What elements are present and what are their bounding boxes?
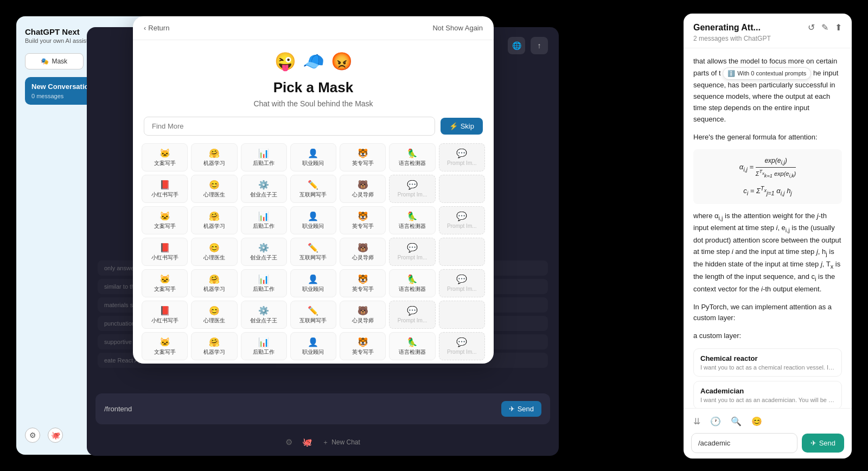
conversation-messages: 0 messages xyxy=(31,93,63,99)
mask-item-ml[interactable]: 🤗机器学习 xyxy=(191,143,237,171)
mask-item-prompt-3[interactable]: 💬Prompt Im... xyxy=(439,206,485,234)
mask-item-prompt-4[interactable]: 💬Prompt Im... xyxy=(389,238,435,266)
mask-item-ml-4[interactable]: 🤗机器学习 xyxy=(191,332,237,360)
mask-row-7: 🐱文案写手 🤗机器学习 📊后勤工作 👤职业顾问 🐯英专写手 🦜语言检测器 💬Pr… xyxy=(142,332,485,360)
mask-item-english-writer-3[interactable]: 🐯英专写手 xyxy=(340,269,386,297)
search-toolbar-button[interactable]: 🔍 xyxy=(729,414,744,429)
mask-item-logistics[interactable]: 📊后勤工作 xyxy=(241,143,287,171)
mask-item-internet-writer-3[interactable]: ✏️互联网写手 xyxy=(290,301,336,329)
prompt-cards: Chemical reactor I want you to act as a … xyxy=(693,348,842,408)
mask-item-startup-3[interactable]: ⚙️创业点子王 xyxy=(241,301,287,329)
right-chat-input[interactable] xyxy=(691,433,797,453)
chemical-reactor-title: Chemical reactor xyxy=(700,354,835,362)
mask-item-soul-guide-3[interactable]: 🐻心灵导师 xyxy=(340,301,386,329)
mask-title-area: 😜 🧢 😡 Pick a Mask Chat with the Soul beh… xyxy=(133,40,494,117)
mask-item-prompt-1[interactable]: 💬Prompt Im... xyxy=(439,143,485,171)
formula-2: ci = ΣTxj=1 αi,j hj xyxy=(701,185,834,196)
mask-item-internet-writer[interactable]: ✏️互联网写手 xyxy=(290,175,336,203)
mask-item-psychologist-2[interactable]: 😊心理医生 xyxy=(191,238,237,266)
mask-item-internet-writer-2[interactable]: ✏️互联网写手 xyxy=(290,238,336,266)
custom-layer-text: a custom layer: xyxy=(693,330,842,342)
academician-title: Academician xyxy=(700,387,835,395)
fraction-1: exp(ei,j) ΣTxk=1 exp(ei,k) xyxy=(756,157,796,178)
dark-globe-icon[interactable]: 🌐 xyxy=(508,37,525,54)
not-show-again-button[interactable]: Not Show Again xyxy=(432,24,483,32)
dark-footer-github[interactable]: 🐙 xyxy=(302,437,312,447)
edit-button[interactable]: ✎ xyxy=(821,22,828,33)
mask-item-logistics-3[interactable]: 📊后勤工作 xyxy=(241,269,287,297)
dark-nav-icons: 🌐 ↑ xyxy=(508,37,548,54)
mask-row-3: 🐱文案写手 🤗机器学习 📊后勤工作 👤职业顾问 🐯英专写手 🦜语言检测器 💬Pr… xyxy=(142,206,485,234)
dark-new-chat-btn[interactable]: ＋ New Chat xyxy=(322,438,360,447)
return-button[interactable]: ‹ Return xyxy=(144,24,169,32)
right-send-label: Send xyxy=(819,439,835,447)
mask-item-career-3[interactable]: 👤职业顾问 xyxy=(290,269,336,297)
right-toolbar: ⇊ 🕐 🔍 😊 xyxy=(691,414,844,429)
mask-search-row: ⚡ Skip xyxy=(133,117,494,143)
mask-item-lang-detect-3[interactable]: 🦜语言检测器 xyxy=(389,269,435,297)
mask-item-ml-2[interactable]: 🤗机器学习 xyxy=(191,206,237,234)
mask-item-ml-3[interactable]: 🤗机器学习 xyxy=(191,269,237,297)
mask-item-xiaohongshu[interactable]: 📕小红书写手 xyxy=(142,175,188,203)
dark-upload-icon[interactable]: ↑ xyxy=(531,37,548,54)
dark-send-icon: ✈ xyxy=(509,405,515,413)
chemical-reactor-card[interactable]: Chemical reactor I want you to act as a … xyxy=(693,348,842,377)
dark-footer-settings[interactable]: ⚙ xyxy=(285,437,292,447)
scroll-down-button[interactable]: ⇊ xyxy=(691,414,703,429)
mask-item-career-2[interactable]: 👤职业顾问 xyxy=(290,206,336,234)
mask-row-6: 📕小红书写手 😊心理医生 ⚙️创业点子王 ✏️互联网写手 🐻心灵导师 💬Prom… xyxy=(142,301,485,329)
mask-item-empty-2 xyxy=(439,238,485,266)
share-button[interactable]: ⬆ xyxy=(835,22,842,33)
mask-item-career-4[interactable]: 👤职业顾问 xyxy=(290,332,336,360)
mask-grid: 🐱文案写手 🤗机器学习 📊后勤工作 👤职业顾问 🐯英专写手 🦜语言检测器 💬Pr… xyxy=(133,143,494,364)
academician-desc: I want you to act as an academician. You… xyxy=(700,397,835,403)
mask-item-prompt-2[interactable]: 💬Prompt Im... xyxy=(389,175,435,203)
mask-item-xiaohongshu-2[interactable]: 📕小红书写手 xyxy=(142,238,188,266)
mask-item-soul-guide[interactable]: 🐻心灵导师 xyxy=(340,175,386,203)
academician-card[interactable]: Academician I want you to act as an acad… xyxy=(693,381,842,408)
mask-item-empty-3 xyxy=(439,301,485,329)
mask-item-prompt-7[interactable]: 💬Prompt Im... xyxy=(439,332,485,360)
right-panel-header: Generating Att... ↺ ✎ ⬆ 2 messages with … xyxy=(684,14,852,48)
mask-item-psychologist[interactable]: 😊心理医生 xyxy=(191,175,237,203)
dark-send-button[interactable]: ✈ Send xyxy=(501,401,541,417)
mask-modal-subtitle: Chat with the Soul behind the Mask xyxy=(144,99,483,108)
mask-search-input[interactable] xyxy=(144,117,435,136)
mask-emoji-2: 🧢 xyxy=(303,51,324,72)
emoji-button[interactable]: 😊 xyxy=(749,414,764,429)
github-icon[interactable]: 🐙 xyxy=(48,428,63,443)
right-panel-content: that allows the model to focus more on c… xyxy=(684,48,852,408)
tooltip-text: With 0 contextual prompts xyxy=(737,69,806,79)
mask-item-soul-guide-2[interactable]: 🐻心灵导师 xyxy=(340,238,386,266)
mask-item-copywriter-3[interactable]: 🐱文案写手 xyxy=(142,269,188,297)
mask-item-prompt-5[interactable]: 💬Prompt Im... xyxy=(439,269,485,297)
mask-row-2: 📕小红书写手 😊心理医生 ⚙️创业点子王 ✏️互联网写手 🐻心灵导师 💬Prom… xyxy=(142,175,485,203)
mask-item-copywriter[interactable]: 🐱文案写手 xyxy=(142,143,188,171)
dark-footer: ⚙ 🐙 ＋ New Chat xyxy=(95,437,550,447)
mask-item-english-writer-2[interactable]: 🐯英专写手 xyxy=(340,206,386,234)
mask-item-lang-detect-2[interactable]: 🦜语言检测器 xyxy=(389,206,435,234)
undo-button[interactable]: ↺ xyxy=(808,22,815,33)
mask-item-psychologist-3[interactable]: 😊心理医生 xyxy=(191,301,237,329)
right-footer: ⇊ 🕐 🔍 😊 ✈ Send xyxy=(684,408,852,459)
mask-item-copywriter-4[interactable]: 🐱文案写手 xyxy=(142,332,188,360)
mask-item-lang-detect[interactable]: 🦜语言检测器 xyxy=(389,143,435,171)
mask-item-career[interactable]: 👤职业顾问 xyxy=(290,143,336,171)
mask-item-prompt-6[interactable]: 💬Prompt Im... xyxy=(389,301,435,329)
mask-item-lang-detect-4[interactable]: 🦜语言检测器 xyxy=(389,332,435,360)
history-button[interactable]: 🕐 xyxy=(708,414,723,429)
skip-button[interactable]: ⚡ Skip xyxy=(441,118,483,135)
mask-item-logistics-4[interactable]: 📊后勤工作 xyxy=(241,332,287,360)
mask-item-xiaohongshu-3[interactable]: 📕小红书写手 xyxy=(142,301,188,329)
mask-button[interactable]: 🎭 Mask xyxy=(25,53,84,69)
right-panel: Generating Att... ↺ ✎ ⬆ 2 messages with … xyxy=(684,14,852,459)
mask-item-startup-2[interactable]: ⚙️创业点子王 xyxy=(241,238,287,266)
right-send-button[interactable]: ✈ Send xyxy=(802,434,844,453)
mask-item-startup[interactable]: ⚙️创业点子王 xyxy=(241,175,287,203)
mask-item-logistics-2[interactable]: 📊后勤工作 xyxy=(241,206,287,234)
dark-input-text[interactable]: /frontend xyxy=(104,405,132,413)
mask-item-english-writer-4[interactable]: 🐯英专写手 xyxy=(340,332,386,360)
settings-icon[interactable]: ⚙ xyxy=(25,428,40,443)
mask-item-english-writer[interactable]: 🐯英专写手 xyxy=(340,143,386,171)
mask-item-copywriter-2[interactable]: 🐱文案写手 xyxy=(142,206,188,234)
